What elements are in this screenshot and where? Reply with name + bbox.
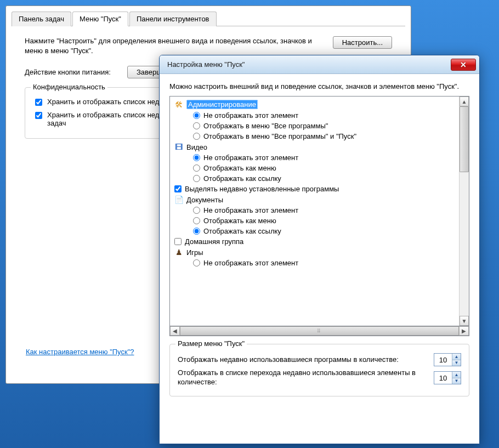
close-icon: ✕: [460, 60, 467, 69]
tree-option[interactable]: Отображать как меню: [171, 216, 458, 226]
radio-label: Отображать как меню: [203, 164, 276, 172]
help-link[interactable]: Как настраивается меню "Пуск"?: [26, 348, 134, 356]
document-icon: 📄: [174, 195, 183, 204]
tree-group-games-label: Игры: [186, 248, 203, 257]
tree-option[interactable]: Не отображать этот элемент: [171, 205, 458, 216]
tree-option[interactable]: Отображать в меню "Все программы": [171, 121, 458, 131]
radio-label: Не отображать этот элемент: [203, 154, 298, 162]
customize-button[interactable]: Настроить...: [333, 36, 392, 49]
games-icon: ♟: [174, 248, 183, 257]
privacy-legend: Конфиденциальность: [31, 83, 107, 91]
spinner-up-icon[interactable]: ▲: [452, 354, 461, 360]
tree-option[interactable]: Отображать в меню "Все программы" и "Пус…: [171, 131, 458, 141]
privacy-check-programs-box[interactable]: [35, 99, 42, 106]
tree-option[interactable]: Отображать как меню: [171, 163, 458, 173]
tree-option[interactable]: Отображать как ссылку: [171, 226, 458, 236]
checkbox-input[interactable]: [174, 185, 182, 192]
tree-option[interactable]: Не отображать этот элемент: [171, 110, 458, 121]
radio-input[interactable]: [193, 122, 200, 129]
spinner-down-icon[interactable]: ▼: [452, 378, 461, 384]
checkbox-input[interactable]: [174, 238, 182, 245]
admin-icon: 🛠: [174, 100, 183, 109]
radio-label: Отображать в меню "Все программы": [203, 122, 328, 130]
tree-group-admin[interactable]: 🛠 Администрирование: [171, 99, 458, 110]
radio-label: Не отображать этот элемент: [203, 259, 298, 267]
radio-input[interactable]: [193, 165, 200, 172]
horizontal-scrollbar[interactable]: ◀ ⠿ ▶: [169, 326, 469, 336]
power-action-label: Действие кнопки питания:: [25, 68, 111, 76]
tree-option[interactable]: Не отображать этот элемент: [171, 152, 458, 163]
radio-label: Не отображать этот элемент: [203, 111, 298, 120]
instruction-text: Можно настроить внешний вид и поведение …: [169, 82, 469, 92]
radio-input[interactable]: [193, 207, 200, 214]
tree-group-games[interactable]: ♟ Игры: [171, 247, 458, 258]
tree-group-video-label: Видео: [186, 143, 207, 151]
radio-input[interactable]: [193, 133, 200, 140]
radio-label: Отображать как меню: [203, 217, 276, 225]
scroll-thumb-h[interactable]: ⠿: [180, 326, 459, 336]
radio-input[interactable]: [193, 217, 200, 224]
customize-start-menu-dialog: Настройка меню "Пуск" ✕ Можно настроить …: [159, 55, 480, 444]
tree-group-admin-label: Администрирование: [186, 100, 258, 109]
tree-check-homegroup[interactable]: Домашняя группа: [171, 236, 458, 247]
tab-start-menu[interactable]: Меню "Пуск": [72, 12, 128, 26]
tree-option[interactable]: Не отображать этот элемент: [171, 258, 458, 268]
tab-bar: Панель задач Меню "Пуск" Панели инструме…: [12, 12, 405, 26]
close-button[interactable]: ✕: [451, 59, 476, 71]
dialog-title: Настройка меню "Пуск": [167, 60, 245, 69]
jumplist-items-count-label: Отображать в списке перехода недавно исп…: [178, 368, 423, 387]
vertical-scrollbar[interactable]: ▲ ▼: [459, 97, 469, 326]
recent-programs-input[interactable]: [434, 354, 452, 366]
scroll-left-arrow[interactable]: ◀: [170, 326, 180, 336]
privacy-check-items-box[interactable]: [35, 112, 42, 119]
jumplist-items-spinner[interactable]: ▲ ▼: [434, 371, 461, 384]
radio-label: Не отображать этот элемент: [203, 206, 298, 214]
radio-label: Отображать в меню "Все программы" и "Пус…: [203, 132, 356, 140]
tree-group-documents-label: Документы: [186, 196, 223, 204]
radio-input[interactable]: [193, 154, 200, 161]
tree-group-documents[interactable]: 📄 Документы: [171, 194, 458, 205]
radio-input[interactable]: [193, 228, 200, 235]
customize-description: Нажмите "Настроить" для определения внеш…: [25, 36, 322, 56]
checkbox-label: Домашняя группа: [185, 237, 243, 246]
start-menu-size-fieldset: Размер меню "Пуск" Отображать недавно ис…: [169, 344, 469, 396]
radio-input[interactable]: [193, 112, 200, 119]
size-legend: Размер меню "Пуск": [175, 339, 247, 348]
scroll-track[interactable]: [460, 172, 469, 316]
spinner-up-icon[interactable]: ▲: [452, 372, 461, 378]
options-tree-content[interactable]: 🛠 Администрирование Не отображать этот э…: [170, 97, 459, 326]
scroll-down-arrow[interactable]: ▼: [460, 316, 469, 326]
radio-input[interactable]: [193, 259, 200, 266]
radio-label: Отображать как ссылку: [203, 174, 281, 183]
tree-group-video[interactable]: 🎞 Видео: [171, 141, 458, 152]
dialog-body: Можно настроить внешний вид и поведение …: [160, 74, 479, 404]
titlebar: Настройка меню "Пуск" ✕: [160, 55, 479, 74]
tree-check-highlight-new[interactable]: Выделять недавно установленные программы: [171, 184, 458, 194]
scroll-right-arrow[interactable]: ▶: [459, 326, 469, 336]
options-tree: 🛠 Администрирование Не отображать этот э…: [169, 96, 469, 326]
radio-label: Отображать как ссылку: [203, 227, 281, 235]
recent-programs-spinner[interactable]: ▲ ▼: [434, 353, 461, 366]
tab-taskbar[interactable]: Панель задач: [12, 12, 71, 26]
radio-input[interactable]: [193, 175, 200, 182]
scroll-up-arrow[interactable]: ▲: [460, 97, 469, 106]
tab-toolbars[interactable]: Панели инструментов: [129, 12, 217, 26]
tree-option[interactable]: Отображать как ссылку: [171, 173, 458, 184]
checkbox-label: Выделять недавно установленные программы: [185, 185, 339, 193]
video-icon: 🎞: [174, 143, 183, 151]
spinner-down-icon[interactable]: ▼: [452, 360, 461, 366]
recent-programs-count-label: Отображать недавно использовавшиеся прог…: [178, 355, 423, 365]
jumplist-items-input[interactable]: [434, 372, 452, 384]
scroll-thumb[interactable]: [460, 106, 469, 172]
